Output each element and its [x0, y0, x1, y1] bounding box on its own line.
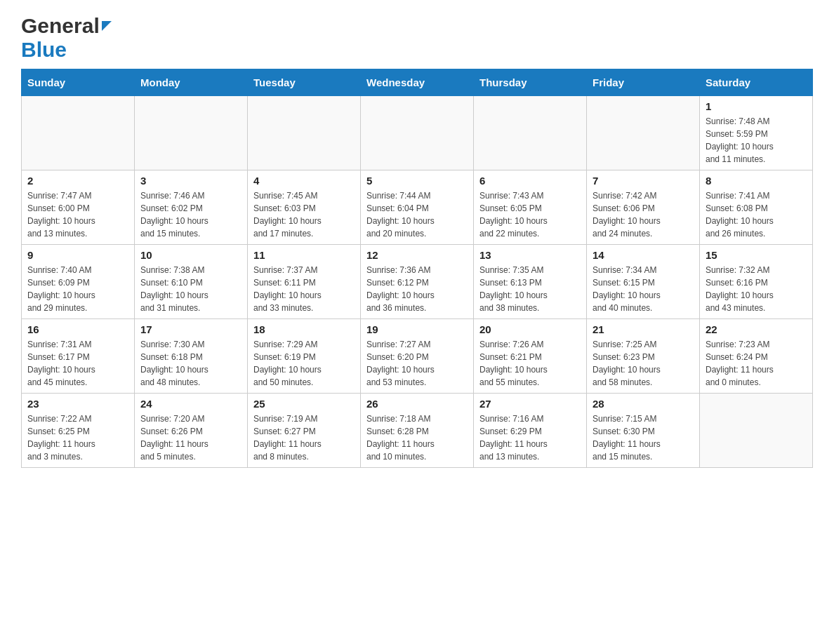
logo-arrow-icon: [102, 21, 112, 31]
day-info: Sunrise: 7:20 AMSunset: 6:26 PMDaylight:…: [140, 412, 241, 463]
calendar-cell-week2-day2: 4Sunrise: 7:45 AMSunset: 6:03 PMDaylight…: [248, 170, 361, 245]
calendar-cell-week4-day1: 17Sunrise: 7:30 AMSunset: 6:18 PMDayligh…: [135, 319, 248, 394]
page-header: General Blue: [21, 14, 813, 62]
day-number: 17: [140, 323, 241, 335]
calendar-cell-week1-day2: [248, 96, 361, 170]
day-number: 22: [706, 323, 807, 335]
day-number: 18: [253, 323, 355, 335]
calendar-cell-week4-day4: 20Sunrise: 7:26 AMSunset: 6:21 PMDayligh…: [474, 319, 587, 394]
calendar-week-4: 16Sunrise: 7:31 AMSunset: 6:17 PMDayligh…: [22, 319, 813, 394]
weekday-header-tuesday: Tuesday: [248, 69, 361, 96]
calendar-cell-week4-day0: 16Sunrise: 7:31 AMSunset: 6:17 PMDayligh…: [22, 319, 135, 394]
calendar-cell-week1-day1: [135, 96, 248, 170]
day-number: 26: [366, 398, 468, 410]
calendar-cell-week4-day6: 22Sunrise: 7:23 AMSunset: 6:24 PMDayligh…: [700, 319, 813, 394]
calendar-cell-week5-day2: 25Sunrise: 7:19 AMSunset: 6:27 PMDayligh…: [248, 394, 361, 468]
day-info: Sunrise: 7:35 AMSunset: 6:13 PMDaylight:…: [479, 264, 581, 314]
weekday-header-row: SundayMondayTuesdayWednesdayThursdayFrid…: [22, 69, 813, 96]
calendar-cell-week3-day2: 11Sunrise: 7:37 AMSunset: 6:11 PMDayligh…: [248, 245, 361, 319]
weekday-header-thursday: Thursday: [474, 69, 587, 96]
day-info: Sunrise: 7:30 AMSunset: 6:18 PMDaylight:…: [140, 338, 241, 389]
weekday-header-monday: Monday: [135, 69, 248, 96]
day-info: Sunrise: 7:46 AMSunset: 6:02 PMDaylight:…: [140, 189, 241, 240]
day-number: 20: [479, 323, 581, 335]
day-info: Sunrise: 7:23 AMSunset: 6:24 PMDaylight:…: [706, 338, 807, 389]
weekday-header-saturday: Saturday: [700, 69, 813, 96]
day-number: 8: [706, 175, 807, 187]
calendar-cell-week2-day6: 8Sunrise: 7:41 AMSunset: 6:08 PMDaylight…: [700, 170, 813, 245]
day-info: Sunrise: 7:32 AMSunset: 6:16 PMDaylight:…: [706, 264, 807, 314]
day-number: 10: [140, 249, 241, 261]
day-number: 1: [706, 100, 807, 112]
calendar-cell-week4-day5: 21Sunrise: 7:25 AMSunset: 6:23 PMDayligh…: [587, 319, 700, 394]
day-info: Sunrise: 7:19 AMSunset: 6:27 PMDaylight:…: [253, 412, 355, 463]
day-info: Sunrise: 7:47 AMSunset: 6:00 PMDaylight:…: [27, 189, 128, 240]
day-info: Sunrise: 7:41 AMSunset: 6:08 PMDaylight:…: [706, 189, 807, 240]
day-number: 16: [27, 323, 128, 335]
calendar-week-3: 9Sunrise: 7:40 AMSunset: 6:09 PMDaylight…: [22, 245, 813, 319]
calendar-cell-week5-day4: 27Sunrise: 7:16 AMSunset: 6:29 PMDayligh…: [474, 394, 587, 468]
calendar-cell-week1-day0: [22, 96, 135, 170]
day-info: Sunrise: 7:38 AMSunset: 6:10 PMDaylight:…: [140, 264, 241, 314]
calendar-cell-week2-day5: 7Sunrise: 7:42 AMSunset: 6:06 PMDaylight…: [587, 170, 700, 245]
calendar-cell-week1-day5: [587, 96, 700, 170]
calendar-cell-week4-day3: 19Sunrise: 7:27 AMSunset: 6:20 PMDayligh…: [361, 319, 474, 394]
day-number: 19: [366, 323, 468, 335]
calendar-cell-week2-day0: 2Sunrise: 7:47 AMSunset: 6:00 PMDaylight…: [22, 170, 135, 245]
day-number: 4: [253, 175, 355, 187]
calendar-cell-week5-day0: 23Sunrise: 7:22 AMSunset: 6:25 PMDayligh…: [22, 394, 135, 468]
day-number: 28: [593, 398, 694, 410]
day-info: Sunrise: 7:48 AMSunset: 5:59 PMDaylight:…: [706, 115, 807, 166]
day-info: Sunrise: 7:27 AMSunset: 6:20 PMDaylight:…: [366, 338, 468, 389]
day-info: Sunrise: 7:16 AMSunset: 6:29 PMDaylight:…: [479, 412, 581, 463]
day-info: Sunrise: 7:34 AMSunset: 6:15 PMDaylight:…: [593, 264, 694, 314]
calendar-cell-week2-day1: 3Sunrise: 7:46 AMSunset: 6:02 PMDaylight…: [135, 170, 248, 245]
calendar-cell-week3-day4: 13Sunrise: 7:35 AMSunset: 6:13 PMDayligh…: [474, 245, 587, 319]
day-number: 25: [253, 398, 355, 410]
day-number: 7: [593, 175, 694, 187]
day-info: Sunrise: 7:45 AMSunset: 6:03 PMDaylight:…: [253, 189, 355, 240]
calendar-cell-week3-day0: 9Sunrise: 7:40 AMSunset: 6:09 PMDaylight…: [22, 245, 135, 319]
calendar-cell-week5-day1: 24Sunrise: 7:20 AMSunset: 6:26 PMDayligh…: [135, 394, 248, 468]
calendar-week-2: 2Sunrise: 7:47 AMSunset: 6:00 PMDaylight…: [22, 170, 813, 245]
calendar-week-5: 23Sunrise: 7:22 AMSunset: 6:25 PMDayligh…: [22, 394, 813, 468]
day-number: 3: [140, 175, 241, 187]
day-number: 5: [366, 175, 468, 187]
calendar-cell-week3-day6: 15Sunrise: 7:32 AMSunset: 6:16 PMDayligh…: [700, 245, 813, 319]
day-number: 12: [366, 249, 468, 261]
weekday-header-sunday: Sunday: [22, 69, 135, 96]
calendar-cell-week2-day4: 6Sunrise: 7:43 AMSunset: 6:05 PMDaylight…: [474, 170, 587, 245]
weekday-header-wednesday: Wednesday: [361, 69, 474, 96]
calendar-cell-week5-day6: [700, 394, 813, 468]
logo-general-text: General: [21, 14, 100, 38]
day-info: Sunrise: 7:15 AMSunset: 6:30 PMDaylight:…: [593, 412, 694, 463]
weekday-header-friday: Friday: [587, 69, 700, 96]
calendar-cell-week1-day6: 1Sunrise: 7:48 AMSunset: 5:59 PMDaylight…: [700, 96, 813, 170]
day-info: Sunrise: 7:42 AMSunset: 6:06 PMDaylight:…: [593, 189, 694, 240]
day-number: 21: [593, 323, 694, 335]
day-info: Sunrise: 7:43 AMSunset: 6:05 PMDaylight:…: [479, 189, 581, 240]
logo: General Blue: [21, 14, 112, 62]
day-info: Sunrise: 7:29 AMSunset: 6:19 PMDaylight:…: [253, 338, 355, 389]
day-number: 6: [479, 175, 581, 187]
day-info: Sunrise: 7:36 AMSunset: 6:12 PMDaylight:…: [366, 264, 468, 314]
calendar-cell-week5-day5: 28Sunrise: 7:15 AMSunset: 6:30 PMDayligh…: [587, 394, 700, 468]
day-info: Sunrise: 7:44 AMSunset: 6:04 PMDaylight:…: [366, 189, 468, 240]
calendar-cell-week1-day4: [474, 96, 587, 170]
calendar-cell-week3-day3: 12Sunrise: 7:36 AMSunset: 6:12 PMDayligh…: [361, 245, 474, 319]
logo-blue-text: Blue: [21, 38, 67, 62]
day-number: 11: [253, 249, 355, 261]
calendar-week-1: 1Sunrise: 7:48 AMSunset: 5:59 PMDaylight…: [22, 96, 813, 170]
day-info: Sunrise: 7:22 AMSunset: 6:25 PMDaylight:…: [27, 412, 128, 463]
day-number: 23: [27, 398, 128, 410]
day-number: 9: [27, 249, 128, 261]
day-info: Sunrise: 7:31 AMSunset: 6:17 PMDaylight:…: [27, 338, 128, 389]
day-info: Sunrise: 7:40 AMSunset: 6:09 PMDaylight:…: [27, 264, 128, 314]
calendar-cell-week5-day3: 26Sunrise: 7:18 AMSunset: 6:28 PMDayligh…: [361, 394, 474, 468]
day-number: 27: [479, 398, 581, 410]
calendar-cell-week3-day5: 14Sunrise: 7:34 AMSunset: 6:15 PMDayligh…: [587, 245, 700, 319]
day-number: 15: [706, 249, 807, 261]
calendar-table: SundayMondayTuesdayWednesdayThursdayFrid…: [21, 69, 813, 468]
calendar-cell-week2-day3: 5Sunrise: 7:44 AMSunset: 6:04 PMDaylight…: [361, 170, 474, 245]
calendar-cell-week1-day3: [361, 96, 474, 170]
